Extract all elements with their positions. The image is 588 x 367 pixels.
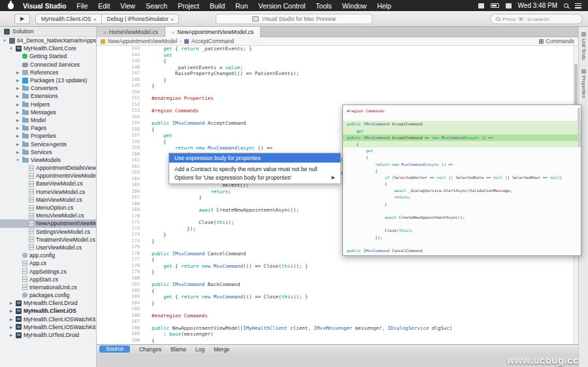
chevron-closed-icon[interactable]: ▶ xyxy=(8,301,14,305)
menu-view[interactable]: View xyxy=(115,2,140,10)
tree-item[interactable]: ▼MyHealth.Client.Core xyxy=(0,44,96,52)
notification-center-icon[interactable] xyxy=(575,3,581,8)
tree-item[interactable]: HomeViewModel.cs xyxy=(0,188,96,196)
menu-help[interactable]: Help xyxy=(372,2,397,10)
display-status-icon[interactable] xyxy=(478,3,484,8)
tree-item[interactable]: BaseViewModel.cs xyxy=(0,180,96,187)
status-widget[interactable]: Visual Studio for Mac Preview xyxy=(216,14,372,24)
chevron-closed-icon[interactable]: ▶ xyxy=(15,71,20,74)
chevron-closed-icon[interactable]: ▶ xyxy=(15,86,20,90)
tree-item[interactable]: ▶MyHealth.Client.iOS xyxy=(0,307,96,315)
bottom-tab-changes[interactable]: Changes xyxy=(139,346,161,353)
menu-file[interactable]: File xyxy=(71,2,93,10)
bottom-tab-merge[interactable]: Merge xyxy=(214,346,229,353)
menu-run[interactable]: Run xyxy=(230,2,253,10)
tree-item[interactable]: SettingsViewModel.cs xyxy=(0,228,96,236)
chevron-closed-icon[interactable]: ▶ xyxy=(8,325,14,329)
chevron-open-icon[interactable]: ▼ xyxy=(2,39,7,42)
tree-item[interactable]: AppointmentDetailsViewModel.cs xyxy=(0,164,96,172)
chevron-closed-icon[interactable]: ▶ xyxy=(15,94,20,98)
close-icon[interactable]: × xyxy=(103,29,106,35)
tree-item[interactable]: UserViewModel.cs xyxy=(0,244,96,251)
dock-tab-properties[interactable]: Properties xyxy=(580,69,587,98)
tree-item[interactable]: ▼ViewModels xyxy=(0,156,96,164)
tree-item[interactable]: ▶Pages xyxy=(0,124,96,132)
tree-item[interactable]: ▶ServiceAgents xyxy=(0,140,96,148)
tree-item[interactable]: ▶Properties xyxy=(0,132,96,140)
tree-item[interactable]: ▶MyHealth.Client.iOSWatchKitExtension xyxy=(0,323,96,331)
tree-item[interactable]: ▶MyHealth.Client.iOSWatchKit.App xyxy=(0,315,96,323)
menu-build[interactable]: Build xyxy=(204,2,230,10)
popup-item[interactable]: Options for 'Use expression body for pro… xyxy=(169,173,340,182)
battery-icon[interactable] xyxy=(491,3,499,8)
chevron-closed-icon[interactable]: ▶ xyxy=(15,78,20,82)
breadcrumb-class[interactable]: NewAppointmentViewModel xyxy=(108,38,177,44)
apple-icon[interactable] xyxy=(8,3,14,9)
menu-visual-studio[interactable]: Visual Studio xyxy=(18,2,71,10)
tree-item[interactable]: ▶Extensions xyxy=(0,92,96,100)
tree-item[interactable]: AppSettings.cs xyxy=(0,267,96,275)
tree-item[interactable]: ▼64_Demos_NativeXamarinApps (master) xyxy=(0,37,96,44)
run-button[interactable]: ▶ xyxy=(14,14,30,24)
tree-item[interactable]: NewAppointmentViewModel.cs xyxy=(0,219,96,227)
chevron-open-icon[interactable]: ▼ xyxy=(15,158,20,162)
chevron-closed-icon[interactable]: ▶ xyxy=(15,142,20,146)
dock-tab-unit-tests[interactable]: Unit Tests xyxy=(580,32,587,60)
bottom-tab-log[interactable]: Log xyxy=(195,346,204,353)
spotlight-icon[interactable] xyxy=(564,3,568,8)
commands-region-selector[interactable]: Commands xyxy=(539,38,574,44)
target-segment[interactable]: Debug | iPhoneSimulator ▾ xyxy=(102,16,178,22)
tree-item[interactable]: Connected Services xyxy=(0,61,96,69)
chevron-closed-icon[interactable]: ▶ xyxy=(8,333,14,337)
chevron-closed-icon[interactable]: ▶ xyxy=(15,134,20,138)
bottom-tab-blame[interactable]: Blame xyxy=(171,346,186,353)
tree-item[interactable]: ▶Services xyxy=(0,148,96,156)
menu-window[interactable]: Window xyxy=(337,2,372,10)
bottom-tab-source[interactable]: Source xyxy=(99,345,130,353)
tree-item[interactable]: InternationalUnit.cs xyxy=(0,283,96,291)
build-configuration-selector[interactable]: MyHealth.Client.iOS ▾ Debug | iPhoneSimu… xyxy=(35,14,179,24)
chevron-closed-icon[interactable]: ▶ xyxy=(8,317,14,321)
tree-item[interactable]: app.config xyxy=(0,251,96,259)
tree-item[interactable]: ▶MyHealth.Client.Droid xyxy=(0,299,96,307)
menu-tools[interactable]: Tools xyxy=(310,2,337,10)
tree-item[interactable]: packages.config xyxy=(0,291,96,299)
popup-item-selected[interactable]: Use expression body for properties xyxy=(169,153,340,163)
volume-icon[interactable] xyxy=(506,3,512,8)
close-icon[interactable]: × xyxy=(172,29,175,35)
breadcrumb-member[interactable]: AcceptCommand xyxy=(191,38,234,44)
tree-item[interactable]: MenuViewModel.cs xyxy=(0,212,96,219)
tree-item[interactable]: ▶Messages xyxy=(0,108,96,116)
tree-item[interactable]: ▶Packages (13 updates) xyxy=(0,76,96,84)
tree-item[interactable]: AppStart.cs xyxy=(0,276,96,283)
chevron-closed-icon[interactable]: ▶ xyxy=(15,110,20,114)
tree-item[interactable]: MenuOption.cs xyxy=(0,204,96,212)
chevron-closed-icon[interactable]: ▶ xyxy=(8,309,14,313)
menubar-clock[interactable]: Wed 3:48 PM xyxy=(518,2,557,9)
tree-item[interactable]: ▶MyHealth.UITest.Droid xyxy=(0,331,96,339)
menu-edit[interactable]: Edit xyxy=(93,2,115,10)
startup-project-segment[interactable]: MyHealth.Client.iOS ▾ xyxy=(36,16,101,22)
tree-item[interactable]: AppointmentsViewModel.cs xyxy=(0,172,96,180)
chevron-closed-icon[interactable]: ▶ xyxy=(15,126,20,130)
chevron-closed-icon[interactable]: ▶ xyxy=(15,150,20,154)
tree-item[interactable]: App.cs xyxy=(0,259,96,267)
tree-item[interactable]: Getting Started xyxy=(0,52,96,60)
tree-item[interactable]: ▶Model xyxy=(0,116,96,124)
global-search-input[interactable]: Press '⌘.' to search xyxy=(490,14,583,24)
solution-pad-header[interactable]: Solution xyxy=(0,27,96,37)
tree-item[interactable]: ▶Converters xyxy=(0,84,96,92)
tree-item[interactable]: TreatmentViewModel.cs xyxy=(0,236,96,244)
tree-item[interactable]: ▶Helpers xyxy=(0,101,96,108)
menu-search[interactable]: Search xyxy=(140,2,172,10)
chevron-closed-icon[interactable]: ▶ xyxy=(15,118,20,122)
editor-tab[interactable]: ×HomeViewModel.cs xyxy=(97,27,165,37)
preview-scrollbar[interactable] xyxy=(578,108,580,147)
chevron-open-icon[interactable]: ▼ xyxy=(8,46,14,50)
tree-item[interactable]: MainViewModel.cs xyxy=(0,196,96,204)
editor-tab[interactable]: ×NewAppointmentViewModel.cs xyxy=(165,27,261,37)
chevron-closed-icon[interactable]: ▶ xyxy=(15,103,20,106)
menu-version-control[interactable]: Version Control xyxy=(253,2,311,10)
tree-item[interactable]: ▶References xyxy=(0,69,96,76)
popup-item[interactable]: Add a Contract to specify the return val… xyxy=(169,165,340,173)
